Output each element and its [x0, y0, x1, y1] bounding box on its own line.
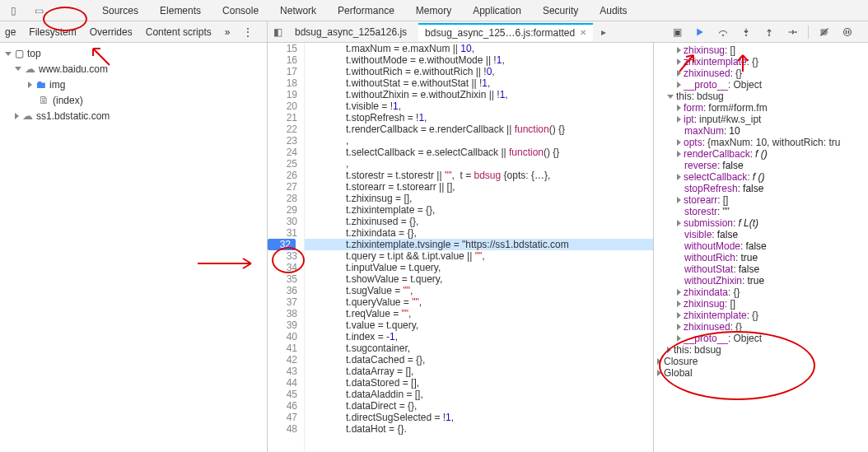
line-number[interactable]: 39: [268, 319, 297, 331]
scope-row[interactable]: Global: [657, 367, 868, 379]
line-number[interactable]: 25: [268, 158, 297, 170]
scope-row[interactable]: storearr: []: [657, 194, 868, 206]
line-number[interactable]: 42: [268, 354, 297, 366]
line-number[interactable]: 44: [268, 377, 297, 389]
line-number[interactable]: 28: [268, 193, 297, 204]
tab-console[interactable]: Console: [219, 2, 262, 20]
sec-content-scripts[interactable]: Content scripts: [146, 26, 212, 38]
file-tab[interactable]: bdsug_async_125a126.js: [288, 24, 413, 40]
file-more-icon[interactable]: ▸: [598, 26, 609, 37]
step-out-button[interactable]: [762, 25, 777, 40]
line-number[interactable]: 17: [268, 66, 297, 77]
line-number[interactable]: 47: [268, 412, 297, 423]
execution-icon[interactable]: ▣: [670, 25, 684, 40]
scope-row[interactable]: this: bdsug: [657, 91, 868, 102]
line-number[interactable]: 45: [268, 389, 297, 400]
line-number[interactable]: 20: [268, 100, 297, 112]
scope-row[interactable]: maxNum: 10: [657, 125, 868, 137]
scope-row[interactable]: __proto__: Object: [657, 79, 868, 91]
nav-icon[interactable]: ◧: [273, 26, 283, 37]
line-number[interactable]: 41: [268, 342, 297, 354]
tab-network[interactable]: Network: [277, 2, 320, 20]
tree-file[interactable]: 🗎 (index): [0, 92, 267, 108]
line-gutter[interactable]: 1516171819202122232425262728293031323334…: [268, 43, 305, 452]
scope-row[interactable]: zhixinused: {}: [657, 321, 868, 333]
pause-exceptions-button[interactable]: [840, 25, 855, 40]
step-over-button[interactable]: [716, 25, 730, 40]
line-number[interactable]: 24: [268, 147, 297, 158]
scope-row[interactable]: visible: false: [657, 229, 868, 240]
line-number[interactable]: 31: [268, 227, 297, 239]
scope-row[interactable]: zhixinsug: []: [657, 298, 868, 310]
scope-row[interactable]: Closure: [657, 356, 868, 367]
line-number[interactable]: 30: [268, 216, 297, 227]
scope-row[interactable]: withoutStat: false: [657, 263, 868, 275]
step-button[interactable]: [785, 25, 800, 40]
scope-row[interactable]: selectCallback: f (): [657, 171, 868, 183]
scope-row[interactable]: reverse: false: [657, 160, 868, 171]
line-number[interactable]: 32: [268, 239, 296, 250]
scope-row[interactable]: renderCallback: f (): [657, 148, 868, 160]
scope-row[interactable]: zhixindata: {}: [657, 287, 868, 298]
file-tab-active[interactable]: bdsug_async_125…6.js:formatted ✕: [418, 23, 593, 41]
scope-row[interactable]: this: bdsug: [657, 344, 868, 356]
line-number[interactable]: 35: [268, 273, 297, 285]
scope-row[interactable]: zhixinused: {}: [657, 68, 868, 79]
scope-row[interactable]: form: form#form.fm: [657, 102, 868, 114]
line-number[interactable]: 34: [268, 262, 297, 273]
scope-row[interactable]: zhixintemplate: {}: [657, 310, 868, 321]
code-editor[interactable]: 1516171819202122232425262728293031323334…: [268, 43, 654, 452]
scope-row[interactable]: zhixintemplate: {}: [657, 56, 868, 68]
tree-domain[interactable]: ☁ www.baidu.com: [0, 61, 267, 77]
tree-folder[interactable]: 🖿 img: [0, 77, 267, 92]
scope-row[interactable]: ipt: input#kw.s_ipt: [657, 114, 868, 125]
line-number[interactable]: 33: [268, 250, 297, 262]
line-number[interactable]: 16: [268, 54, 297, 66]
line-number[interactable]: 48: [268, 423, 297, 435]
sec-overrides[interactable]: Overrides: [90, 26, 133, 38]
tree-domain[interactable]: ☁ ss1.bdstatic.com: [0, 108, 267, 123]
line-number[interactable]: 38: [268, 308, 297, 319]
line-number[interactable]: 23: [268, 135, 297, 147]
tree-top[interactable]: ▢ top: [0, 46, 267, 61]
close-icon[interactable]: ✕: [580, 28, 586, 37]
scope-row[interactable]: submission: f L(t): [657, 217, 868, 229]
resume-button[interactable]: [693, 25, 707, 40]
line-number[interactable]: 43: [268, 366, 297, 377]
device-icon[interactable]: ▭: [34, 5, 44, 16]
sec-more[interactable]: »: [225, 26, 231, 38]
line-number[interactable]: 15: [268, 43, 297, 54]
line-number[interactable]: 37: [268, 296, 297, 308]
scope-pane[interactable]: zhixinsug: []zhixintemplate: {}zhixinuse…: [654, 43, 868, 452]
sec-filesystem[interactable]: Filesystem: [29, 26, 76, 38]
deactivate-breakpoints-button[interactable]: [817, 25, 832, 40]
tab-elements[interactable]: Elements: [156, 2, 204, 20]
line-number[interactable]: 36: [268, 285, 297, 296]
line-number[interactable]: 27: [268, 181, 297, 193]
scope-row[interactable]: storestr: "": [657, 206, 868, 217]
line-number[interactable]: 26: [268, 170, 297, 181]
tab-memory[interactable]: Memory: [413, 2, 455, 20]
scope-row[interactable]: withoutRich: true: [657, 252, 868, 263]
scope-row[interactable]: withoutZhixin: true: [657, 275, 868, 287]
sec-page[interactable]: ge: [5, 26, 16, 38]
line-number[interactable]: 18: [268, 77, 297, 89]
line-number[interactable]: 22: [268, 123, 297, 135]
scope-row[interactable]: zhixinsug: []: [657, 44, 868, 56]
tab-performance[interactable]: Performance: [334, 2, 398, 20]
inspect-icon[interactable]: ▯: [8, 5, 19, 16]
line-number[interactable]: 29: [268, 204, 297, 216]
line-number[interactable]: 19: [268, 89, 297, 100]
tab-security[interactable]: Security: [539, 2, 581, 20]
step-into-button[interactable]: [739, 25, 754, 40]
line-number[interactable]: 46: [268, 400, 297, 412]
line-number[interactable]: 21: [268, 112, 297, 123]
tab-sources[interactable]: Sources: [99, 2, 142, 20]
sec-kebab-icon[interactable]: ⋮: [243, 26, 253, 38]
line-number[interactable]: 40: [268, 331, 297, 342]
scope-row[interactable]: __proto__: Object: [657, 333, 868, 344]
scope-row[interactable]: stopRefresh: false: [657, 183, 868, 194]
scope-row[interactable]: opts: {maxNum: 10, withoutRich: tru: [657, 137, 868, 148]
scope-row[interactable]: withoutMode: false: [657, 240, 868, 252]
tab-audits[interactable]: Audits: [596, 2, 630, 20]
